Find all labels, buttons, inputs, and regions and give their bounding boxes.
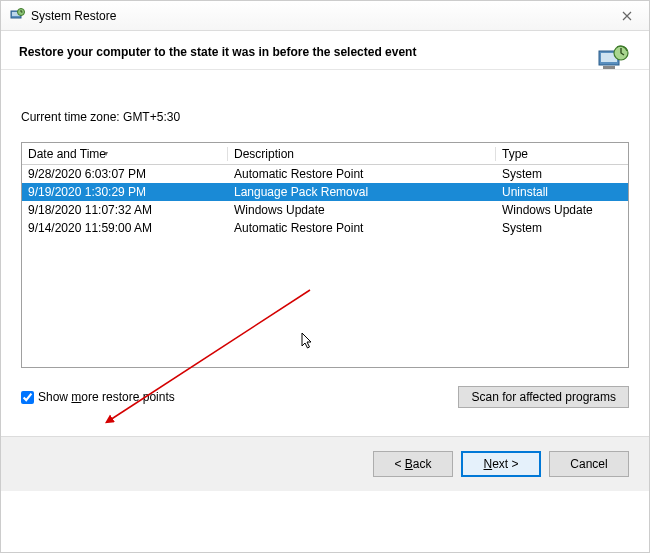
cancel-button[interactable]: Cancel	[549, 451, 629, 477]
close-button[interactable]	[604, 1, 649, 31]
timezone-label: Current time zone: GMT+5:30	[21, 110, 629, 124]
titlebar: System Restore	[1, 1, 649, 31]
table-row[interactable]: 9/19/2020 1:30:29 PMLanguage Pack Remova…	[22, 183, 628, 201]
show-more-checkbox[interactable]: Show more restore points	[21, 390, 175, 404]
table-row[interactable]: 9/28/2020 6:03:07 PMAutomatic Restore Po…	[22, 165, 628, 183]
restore-points-table[interactable]: Date and Time ▾ Description Type 9/28/20…	[21, 142, 629, 368]
col-header-datetime[interactable]: Date and Time ▾	[22, 147, 228, 161]
scan-affected-button[interactable]: Scan for affected programs	[458, 386, 629, 408]
cell-datetime: 9/19/2020 1:30:29 PM	[22, 185, 228, 199]
cell-type: System	[496, 167, 628, 181]
cell-description: Automatic Restore Point	[228, 167, 496, 181]
back-button[interactable]: < Back	[373, 451, 453, 477]
cell-description: Automatic Restore Point	[228, 221, 496, 235]
cell-datetime: 9/14/2020 11:59:00 AM	[22, 221, 228, 235]
col-header-description[interactable]: Description	[228, 147, 496, 161]
sort-indicator-icon: ▾	[104, 149, 108, 158]
next-button[interactable]: Next >	[461, 451, 541, 477]
cell-datetime: 9/28/2020 6:03:07 PM	[22, 167, 228, 181]
show-more-label: Show more restore points	[38, 390, 175, 404]
below-table-row: Show more restore points Scan for affect…	[21, 386, 629, 408]
table-row[interactable]: 9/14/2020 11:59:00 AMAutomatic Restore P…	[22, 219, 628, 237]
wizard-heading: Restore your computer to the state it wa…	[19, 45, 416, 59]
wizard-header: Restore your computer to the state it wa…	[1, 31, 649, 69]
header-separator	[1, 69, 649, 70]
table-row[interactable]: 9/18/2020 11:07:32 AMWindows UpdateWindo…	[22, 201, 628, 219]
system-restore-icon	[9, 6, 25, 25]
cell-type: Uninstall	[496, 185, 628, 199]
cell-description: Language Pack Removal	[228, 185, 496, 199]
show-more-checkbox-input[interactable]	[21, 391, 34, 404]
wizard-footer: < Back Next > Cancel	[1, 436, 649, 491]
col-header-datetime-text: Date and Time	[28, 147, 106, 161]
restore-large-icon	[597, 41, 629, 73]
table-body: 9/28/2020 6:03:07 PMAutomatic Restore Po…	[22, 165, 628, 237]
window-title: System Restore	[31, 9, 116, 23]
table-header[interactable]: Date and Time ▾ Description Type	[22, 143, 628, 165]
cell-type: System	[496, 221, 628, 235]
svg-rect-5	[603, 66, 615, 69]
main-panel: Current time zone: GMT+5:30 Date and Tim…	[21, 110, 629, 408]
cell-type: Windows Update	[496, 203, 628, 217]
cell-datetime: 9/18/2020 11:07:32 AM	[22, 203, 228, 217]
cell-description: Windows Update	[228, 203, 496, 217]
col-header-type[interactable]: Type	[496, 147, 628, 161]
